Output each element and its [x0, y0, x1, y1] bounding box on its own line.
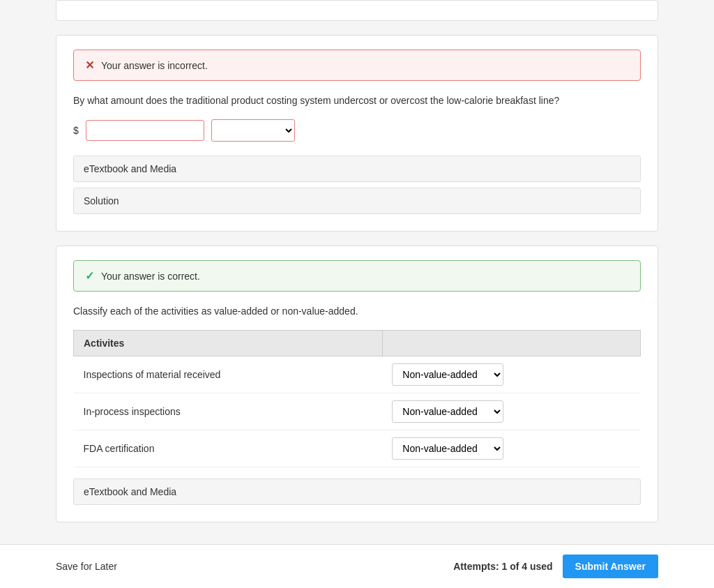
correct-card: ✓ Your answer is correct. Classify each …	[56, 246, 658, 522]
answer-input-row: $ undercost overcost	[73, 119, 641, 142]
direction-select[interactable]: undercost overcost	[211, 119, 295, 142]
activity-label-3: FDA certification	[74, 430, 383, 467]
x-icon: ✕	[85, 59, 94, 72]
activity-select-cell-1: Value-added Non-value-added	[382, 356, 640, 393]
bottom-bar: Save for Later Attempts: 1 of 4 used Sub…	[0, 544, 714, 578]
activities-table: Activites Inspections of material receiv…	[73, 330, 641, 467]
classification-header	[382, 331, 640, 356]
activity-select-1[interactable]: Value-added Non-value-added	[392, 363, 503, 386]
incorrect-alert: ✕ Your answer is incorrect.	[73, 50, 641, 81]
activity-select-2[interactable]: Value-added Non-value-added	[392, 400, 503, 423]
bottom-right-section: Attempts: 1 of 4 used Submit Answer	[453, 555, 658, 578]
correct-alert-text: Your answer is correct.	[101, 271, 200, 282]
activities-header: Activites	[74, 331, 383, 356]
question-text: By what amount does the traditional prod…	[73, 93, 641, 108]
table-row: FDA certification Value-added Non-value-…	[74, 430, 641, 467]
activity-select-3[interactable]: Value-added Non-value-added	[392, 437, 503, 460]
etextbook-media-button-1[interactable]: eTextbook and Media	[73, 156, 641, 182]
activity-label-2: In-process inspections	[74, 393, 383, 430]
correct-alert: ✓ Your answer is correct.	[73, 260, 641, 292]
incorrect-card: ✕ Your answer is incorrect. By what amou…	[56, 35, 658, 232]
table-row: In-process inspections Value-added Non-v…	[74, 393, 641, 430]
amount-input[interactable]	[86, 120, 204, 141]
attempts-text: Attempts: 1 of 4 used	[453, 561, 552, 572]
activity-select-cell-2: Value-added Non-value-added	[382, 393, 640, 430]
submit-answer-button[interactable]: Submit Answer	[563, 555, 658, 578]
incorrect-alert-text: Your answer is incorrect.	[101, 60, 208, 71]
activity-select-cell-3: Value-added Non-value-added	[382, 430, 640, 467]
table-row: Inspections of material received Value-a…	[74, 356, 641, 393]
solution-button[interactable]: Solution	[73, 188, 641, 214]
top-empty-card	[56, 0, 658, 21]
dollar-sign: $	[73, 125, 79, 136]
save-for-later-button[interactable]: Save for Later	[56, 561, 117, 572]
etextbook-media-button-2[interactable]: eTextbook and Media	[73, 478, 641, 505]
checkmark-icon: ✓	[85, 269, 94, 282]
classify-question-text: Classify each of the activities as value…	[73, 304, 641, 319]
activity-label-1: Inspections of material received	[74, 356, 383, 393]
